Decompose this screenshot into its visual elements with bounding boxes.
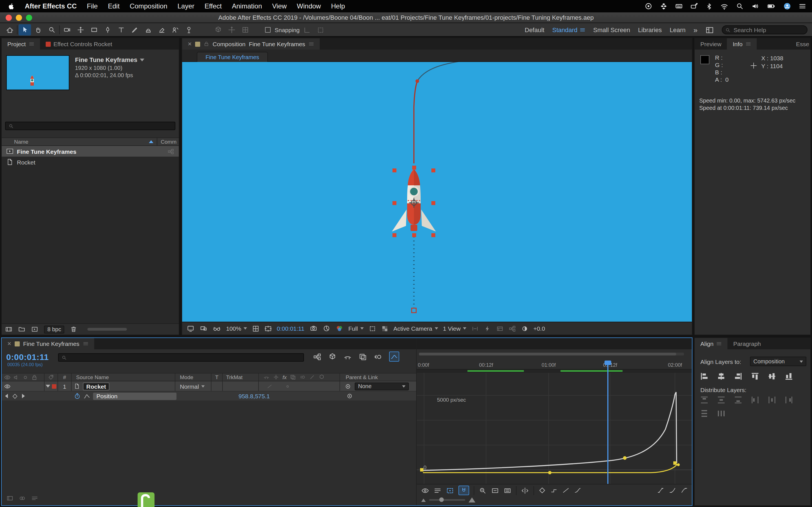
keyframe-end-marker[interactable] [673,461,677,465]
search-help-input[interactable] [733,26,804,33]
transparency-grid-icon[interactable] [381,325,388,332]
keyframe-speed-marker[interactable] [623,456,627,460]
orbit-camera-tool-button[interactable] [61,24,73,36]
wifi-icon[interactable] [720,2,728,10]
dock-app-icon[interactable] [138,492,154,507]
timeline-current-time[interactable]: 0:00:01:11 [6,352,49,362]
tablet-pen-icon[interactable] [690,2,698,10]
view-options-glasses-icon[interactable] [213,324,221,333]
menu-edit[interactable]: Edit [108,2,119,10]
new-folder-icon[interactable] [18,326,26,333]
property-pickwhip-icon[interactable] [346,393,353,399]
close-tab-icon[interactable]: × [188,41,192,47]
puppet-pin-tool-button[interactable] [183,24,195,36]
fast-preview-icon[interactable] [484,325,491,332]
tab-preview[interactable]: Preview [695,38,727,50]
region-of-interest-icon[interactable] [368,325,376,332]
tab-paragraph[interactable]: Paragraph [728,338,767,349]
align-vertical-center-button[interactable] [767,372,777,381]
reset-exposure-icon[interactable] [521,325,528,332]
easy-ease-icon[interactable] [657,487,664,494]
draft-3d-icon[interactable] [328,352,337,361]
viewer-tab[interactable]: Fine Tune Keyframes [197,52,268,62]
column-source-name[interactable]: Source Name [76,374,109,380]
layer-row[interactable]: 1 Rocket Normal None [2,381,416,392]
column-mode[interactable]: Mode [180,374,193,380]
distribute-bottom-button[interactable] [733,395,743,404]
distribute-left-button[interactable] [750,395,760,404]
creative-cloud-icon[interactable] [645,2,652,10]
show-transform-box-icon[interactable] [446,487,454,494]
workspace-default[interactable]: Default [525,26,545,33]
layer-name-field[interactable]: Rocket [83,382,109,390]
layer-effects-icon[interactable] [285,383,290,389]
parent-pickwhip-icon[interactable] [345,383,351,390]
auto-bezier-interpolation-icon[interactable] [574,487,581,494]
previous-keyframe-icon[interactable] [5,394,8,398]
distribute-horizontal-center-button[interactable] [767,395,777,404]
column-name[interactable]: Name [14,138,29,145]
zoom-tool-button[interactable] [46,24,58,36]
mirror-screen-icon[interactable] [200,325,207,332]
close-tab-icon[interactable]: × [7,340,11,347]
layer-label-chip[interactable] [52,384,56,388]
menu-file[interactable]: File [87,2,98,10]
motion-blur-icon[interactable] [374,352,382,361]
comp-flowchart-icon[interactable] [167,148,174,155]
hold-interpolation-icon[interactable] [550,487,558,494]
show-properties-icon[interactable] [421,487,429,494]
volume-icon[interactable] [751,2,759,10]
next-keyframe-icon[interactable] [22,394,25,398]
speed-graph-canvas[interactable] [417,373,693,484]
property-graph-icon[interactable] [84,393,90,399]
graph-editor-toggle[interactable] [389,351,399,362]
sort-ascending-icon[interactable] [149,140,153,143]
project-search-input[interactable] [17,122,172,129]
fx-switch-icon[interactable]: fx [283,374,287,380]
project-comp-name[interactable]: Fine Tune Keyframes [75,56,137,63]
keyboard-icon[interactable] [675,2,683,10]
timeline-search-input[interactable] [70,354,301,361]
tab-project[interactable]: Project [2,38,40,50]
safe-margins-icon[interactable] [264,325,272,332]
column-divider[interactable] [157,137,157,146]
align-top-button[interactable] [750,372,760,381]
property-row[interactable]: Position 958.8,575.1 [2,392,416,401]
account-avatar[interactable] [783,2,791,10]
tab-timeline[interactable]: × Fine Tune Keyframes [2,338,94,349]
show-snapshot-icon[interactable] [322,325,330,332]
workspace-standard[interactable]: Standard [552,26,585,33]
comp-mini-flowchart-icon[interactable] [313,352,321,361]
distribute-right-button[interactable] [784,395,794,404]
menu-effect[interactable]: Effect [205,2,222,10]
column-comment[interactable]: Comm [161,138,176,145]
path-keyframe-dot[interactable] [416,79,419,83]
tab-align[interactable]: Align [695,338,728,349]
world-axis-mode-button[interactable] [225,24,238,36]
apple-menu-icon[interactable] [8,3,15,10]
switches-pane-toggle-icon[interactable] [6,495,13,502]
menu-layer[interactable]: Layer [177,2,195,10]
bit-depth-button[interactable]: 8 bpc [44,325,64,333]
separate-dimensions-icon[interactable] [521,487,529,494]
workspace-libraries[interactable]: Libraries [638,26,662,33]
project-row-footage[interactable]: Rocket [2,157,179,167]
battery-icon[interactable] [766,2,776,10]
comp-current-time[interactable]: 0:00:01:11 [277,325,305,332]
app-name-menu[interactable]: After Effects CC [25,2,77,10]
keyframe-mid-marker[interactable] [548,471,552,474]
current-time-indicator-line[interactable] [607,360,608,484]
layer-visibility-eye-icon[interactable] [4,383,11,390]
interpret-footage-icon[interactable] [5,326,12,333]
timeline-search-box[interactable] [58,353,304,362]
zoom-out-mountain-icon[interactable] [421,498,426,502]
control-center-icon[interactable] [799,2,806,10]
snap-to-edges-icon[interactable] [301,24,313,36]
align-bottom-button[interactable] [784,372,794,381]
path-end-keyframe[interactable] [412,308,416,313]
rectangle-tool-button[interactable] [88,24,100,36]
parent-select[interactable]: None [355,382,409,390]
workspace-small-screen[interactable]: Small Screen [593,26,630,33]
in-out-panes-toggle-icon[interactable] [31,495,38,502]
resolution-select[interactable]: Full [348,325,363,332]
